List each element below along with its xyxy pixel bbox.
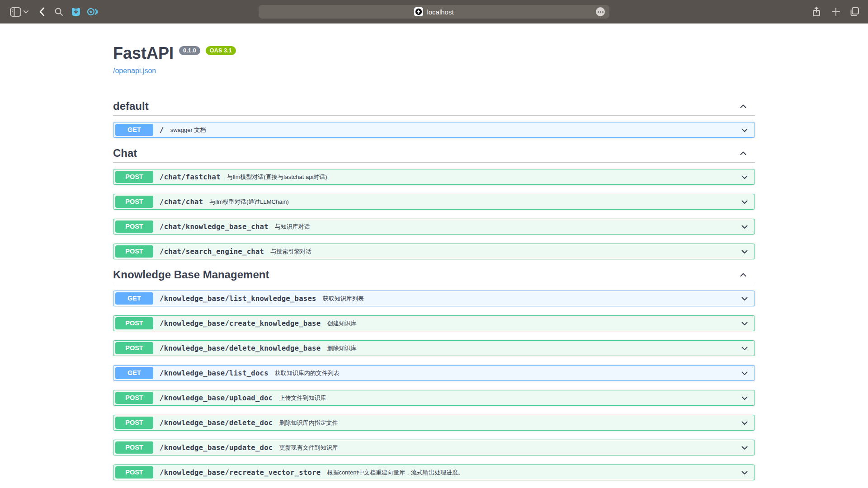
chevron-up-icon[interactable]: [739, 102, 748, 111]
method-badge: POST: [115, 196, 153, 208]
api-section: ChatPOST/chat/fastchat与llm模型对话(直接与fastch…: [113, 147, 755, 259]
method-badge: GET: [115, 124, 153, 136]
endpoint-description: 与知识库对话: [275, 223, 310, 231]
endpoint-row[interactable]: POST/chat/fastchat与llm模型对话(直接与fastchat a…: [113, 169, 755, 185]
chevron-down-icon[interactable]: [740, 468, 749, 477]
endpoint-row[interactable]: GET/knowledge_base/list_docs获取知识库内的文件列表: [113, 365, 755, 381]
endpoint-row[interactable]: POST/chat/search_engine_chat与搜索引擎对话: [113, 244, 755, 259]
tab-overview-icon[interactable]: [848, 0, 861, 23]
browser-toolbar: localhost: [0, 0, 868, 23]
endpoint-description: 删除知识库内指定文件: [279, 419, 338, 427]
version-badge: 0.1.0: [179, 46, 200, 55]
chevron-down-icon[interactable]: [740, 418, 749, 427]
endpoint-path: /chat/fastchat: [160, 173, 221, 181]
chevron-down-icon[interactable]: [740, 394, 749, 403]
url-text: localhost: [427, 8, 453, 16]
endpoint-path: /chat/knowledge_base_chat: [160, 223, 269, 231]
method-badge: POST: [115, 171, 153, 183]
endpoint-row[interactable]: GET/swagger 文档: [113, 122, 755, 138]
fastapi-favicon-icon: [414, 7, 423, 16]
section-header[interactable]: Knowledge Base Management: [113, 268, 755, 284]
chevron-down-icon[interactable]: [23, 0, 29, 23]
section-title: Knowledge Base Management: [113, 268, 269, 281]
oas-badge: OAS 3.1: [206, 46, 236, 55]
endpoint-path: /chat/search_engine_chat: [160, 248, 264, 256]
chevron-down-icon[interactable]: [740, 443, 749, 452]
method-badge: POST: [115, 417, 153, 429]
swagger-page: FastAPI 0.1.0 OAS 3.1 /openapi.json defa…: [113, 44, 755, 480]
endpoint-description: 删除知识库: [327, 344, 356, 352]
endpoint-row[interactable]: POST/chat/knowledge_base_chat与知识库对话: [113, 219, 755, 235]
endpoint-row[interactable]: POST/knowledge_base/delete_knowledge_bas…: [113, 340, 755, 356]
endpoint-path: /knowledge_base/upload_doc: [160, 394, 273, 402]
page-menu-ellipsis-icon[interactable]: [596, 7, 605, 16]
method-badge: POST: [115, 466, 153, 479]
endpoint-path: /knowledge_base/delete_knowledge_base: [160, 344, 321, 352]
method-badge: POST: [115, 245, 153, 258]
chevron-up-icon[interactable]: [739, 149, 748, 158]
endpoint-description: 根据content中文档重建向量库，流式输出处理进度。: [327, 469, 464, 477]
chevron-down-icon[interactable]: [740, 126, 749, 135]
section-title: Chat: [113, 147, 137, 160]
endpoint-description: 与llm模型对话(直接与fastchat api对话): [227, 173, 327, 181]
chevron-down-icon[interactable]: [740, 197, 749, 206]
endpoint-path: /knowledge_base/list_knowledge_bases: [160, 295, 316, 303]
chevron-down-icon[interactable]: [740, 173, 749, 182]
endpoint-path: /knowledge_base/create_knowledge_base: [160, 319, 321, 328]
api-title: FastAPI: [113, 44, 174, 62]
endpoint-row[interactable]: GET/knowledge_base/list_knowledge_bases获…: [113, 291, 755, 306]
endpoint-description: 与搜索引擎对话: [270, 248, 311, 256]
endpoint-path: /chat/chat: [160, 198, 203, 206]
method-badge: POST: [115, 342, 153, 354]
address-bar[interactable]: localhost: [259, 5, 609, 19]
api-sections: defaultGET/swagger 文档ChatPOST/chat/fastc…: [113, 100, 755, 480]
endpoint-description: swagger 文档: [170, 126, 206, 134]
chevron-up-icon[interactable]: [739, 270, 748, 279]
method-badge: GET: [115, 292, 153, 305]
section-header[interactable]: default: [113, 100, 755, 116]
endpoint-row[interactable]: POST/knowledge_base/recreate_vector_stor…: [113, 465, 755, 480]
openapi-spec-link[interactable]: /openapi.json: [113, 66, 156, 75]
endpoint-path: /: [160, 126, 164, 134]
endpoint-row[interactable]: POST/knowledge_base/delete_doc删除知识库内指定文件: [113, 415, 755, 431]
chevron-down-icon[interactable]: [740, 319, 749, 328]
section-header[interactable]: Chat: [113, 147, 755, 163]
api-section: defaultGET/swagger 文档: [113, 100, 755, 138]
endpoint-description: 与llm模型对话(通过LLMChain): [209, 198, 289, 206]
api-section: Knowledge Base ManagementGET/knowledge_b…: [113, 268, 755, 480]
endpoint-row[interactable]: POST/chat/chat与llm模型对话(通过LLMChain): [113, 194, 755, 210]
endpoint-row[interactable]: POST/knowledge_base/update_doc更新现有文件到知识库: [113, 440, 755, 455]
endpoint-row[interactable]: POST/knowledge_base/upload_doc上传文件到知识库: [113, 390, 755, 406]
extension-shield-download-icon[interactable]: [70, 0, 82, 23]
extension-broadcast-icon[interactable]: [86, 0, 99, 23]
endpoint-path: /knowledge_base/delete_doc: [160, 419, 273, 427]
back-icon[interactable]: [38, 0, 46, 23]
chevron-down-icon[interactable]: [740, 369, 749, 378]
endpoint-description: 获取知识库内的文件列表: [275, 369, 340, 377]
chevron-down-icon[interactable]: [740, 247, 749, 256]
endpoint-description: 更新现有文件到知识库: [279, 444, 338, 452]
chevron-down-icon[interactable]: [740, 294, 749, 303]
share-icon[interactable]: [811, 0, 822, 23]
method-badge: POST: [115, 392, 153, 404]
chevron-down-icon[interactable]: [740, 344, 749, 353]
method-badge: POST: [115, 441, 153, 454]
endpoint-description: 创建知识库: [327, 319, 356, 328]
chevron-down-icon[interactable]: [740, 222, 749, 231]
sidebar-icon[interactable]: [9, 0, 22, 23]
endpoint-row[interactable]: POST/knowledge_base/create_knowledge_bas…: [113, 315, 755, 331]
section-title: default: [113, 100, 149, 113]
method-badge: POST: [115, 317, 153, 329]
endpoint-description: 获取知识库列表: [323, 295, 364, 303]
endpoint-path: /knowledge_base/recreate_vector_store: [160, 469, 321, 477]
method-badge: POST: [115, 221, 153, 233]
endpoint-path: /knowledge_base/update_doc: [160, 444, 273, 452]
endpoint-description: 上传文件到知识库: [279, 394, 326, 402]
endpoint-path: /knowledge_base/list_docs: [160, 369, 269, 377]
search-icon[interactable]: [53, 0, 64, 23]
method-badge: GET: [115, 367, 153, 379]
new-tab-icon[interactable]: [830, 0, 842, 23]
page-title: FastAPI 0.1.0 OAS 3.1: [113, 44, 755, 62]
